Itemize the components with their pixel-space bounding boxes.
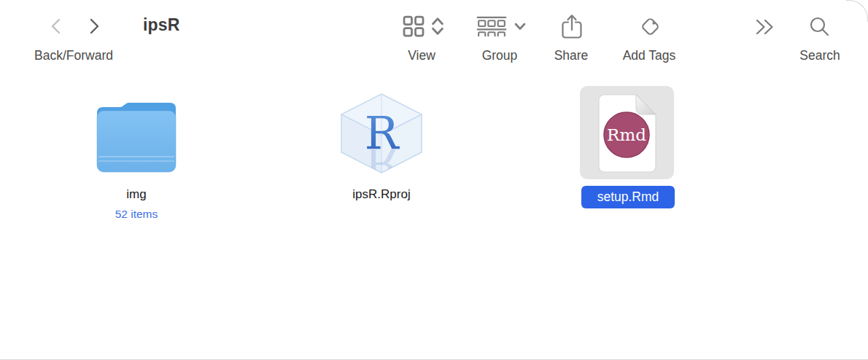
view-label: View <box>392 48 451 63</box>
add-tags-label: Add Tags <box>605 48 693 63</box>
rmd-document-icon[interactable]: Rmd <box>597 93 658 177</box>
rmd-badge-text: Rmd <box>607 125 646 144</box>
share-icon <box>561 13 583 40</box>
chevron-up-down-icon <box>430 16 445 36</box>
share-label: Share <box>542 48 600 63</box>
chevron-left-icon <box>48 17 66 36</box>
r-project-cube-icon[interactable]: R R <box>336 90 427 179</box>
search-button[interactable] <box>807 15 831 38</box>
file-name[interactable]: img <box>82 187 191 202</box>
back-button[interactable] <box>47 16 67 36</box>
item-count: 52 items <box>82 208 191 221</box>
double-chevron-right-icon <box>755 18 775 36</box>
r-letter: R <box>365 106 400 160</box>
group-list-icon <box>476 16 508 36</box>
grid-view-icon <box>403 15 425 37</box>
group-label: Group <box>470 48 529 63</box>
chevron-right-icon <box>85 17 102 36</box>
file-name[interactable]: ipsR.Rproj <box>327 187 436 202</box>
group-button[interactable] <box>474 16 527 36</box>
forward-button[interactable] <box>83 16 104 36</box>
finder-window: Back/Forward ipsR View <box>0 0 868 360</box>
window-title: ipsR <box>143 15 180 35</box>
share-button[interactable] <box>560 12 584 40</box>
back-forward-label: Back/Forward <box>7 48 140 63</box>
more-toolbar-items-button[interactable] <box>754 17 776 36</box>
search-label: Search <box>791 48 849 63</box>
search-icon <box>808 15 830 37</box>
chevron-down-icon <box>514 22 526 31</box>
toolbar: Back/Forward ipsR View <box>0 0 868 73</box>
view-button[interactable] <box>401 15 446 38</box>
selected-file-name[interactable]: setup.Rmd <box>581 186 675 208</box>
folder-icon[interactable] <box>95 101 178 176</box>
tag-icon <box>639 15 662 38</box>
add-tags-button[interactable] <box>638 15 662 38</box>
